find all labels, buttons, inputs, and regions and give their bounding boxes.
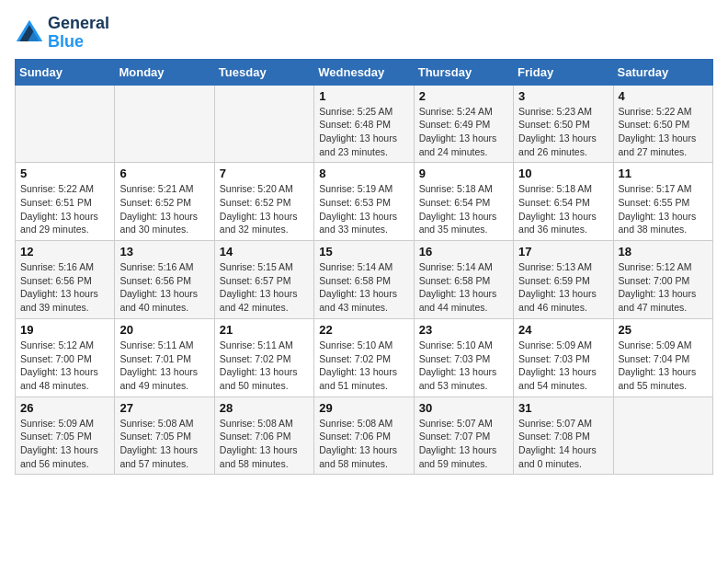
col-header-saturday: Saturday bbox=[613, 59, 712, 85]
day-number: 21 bbox=[220, 323, 309, 337]
col-header-wednesday: Wednesday bbox=[314, 59, 414, 85]
day-number: 13 bbox=[119, 245, 209, 259]
calendar-cell: 28Sunrise: 5:08 AMSunset: 7:06 PMDayligh… bbox=[214, 396, 313, 475]
day-info: Sunrise: 5:18 AMSunset: 6:54 PMDaylight:… bbox=[419, 182, 508, 236]
day-info: Sunrise: 5:18 AMSunset: 6:54 PMDaylight:… bbox=[518, 182, 608, 236]
calendar-cell: 10Sunrise: 5:18 AMSunset: 6:54 PMDayligh… bbox=[514, 163, 613, 241]
day-number: 14 bbox=[220, 245, 309, 259]
calendar-cell: 22Sunrise: 5:10 AMSunset: 7:02 PMDayligh… bbox=[314, 318, 414, 396]
calendar-cell bbox=[613, 396, 712, 475]
calendar-cell: 15Sunrise: 5:14 AMSunset: 6:58 PMDayligh… bbox=[314, 241, 414, 319]
day-info: Sunrise: 5:09 AMSunset: 7:05 PMDaylight:… bbox=[20, 417, 109, 471]
day-number: 9 bbox=[419, 167, 508, 180]
page-header: General Blue bbox=[15, 15, 713, 52]
calendar-cell: 13Sunrise: 5:16 AMSunset: 6:56 PMDayligh… bbox=[115, 241, 214, 319]
day-number: 30 bbox=[419, 401, 508, 415]
day-info: Sunrise: 5:23 AMSunset: 6:50 PMDaylight:… bbox=[518, 105, 608, 159]
day-number: 28 bbox=[220, 401, 309, 415]
calendar-cell bbox=[214, 85, 313, 163]
calendar-cell: 6Sunrise: 5:21 AMSunset: 6:52 PMDaylight… bbox=[115, 163, 214, 241]
calendar-cell: 1Sunrise: 5:25 AMSunset: 6:48 PMDaylight… bbox=[314, 85, 414, 163]
col-header-sunday: Sunday bbox=[16, 59, 115, 85]
day-info: Sunrise: 5:13 AMSunset: 6:59 PMDaylight:… bbox=[518, 260, 608, 315]
day-info: Sunrise: 5:10 AMSunset: 7:03 PMDaylight:… bbox=[419, 339, 508, 393]
col-header-tuesday: Tuesday bbox=[214, 59, 313, 85]
day-number: 22 bbox=[319, 323, 408, 337]
day-number: 18 bbox=[619, 245, 708, 259]
day-info: Sunrise: 5:20 AMSunset: 6:52 PMDaylight:… bbox=[220, 182, 309, 236]
day-number: 23 bbox=[419, 323, 508, 337]
calendar-cell: 24Sunrise: 5:09 AMSunset: 7:03 PMDayligh… bbox=[514, 318, 613, 396]
logo: General Blue bbox=[15, 15, 109, 52]
day-info: Sunrise: 5:24 AMSunset: 6:49 PMDaylight:… bbox=[419, 105, 508, 159]
calendar-cell: 17Sunrise: 5:13 AMSunset: 6:59 PMDayligh… bbox=[514, 241, 613, 319]
day-info: Sunrise: 5:15 AMSunset: 6:57 PMDaylight:… bbox=[220, 260, 309, 315]
calendar-cell: 4Sunrise: 5:22 AMSunset: 6:50 PMDaylight… bbox=[613, 85, 712, 163]
calendar-cell: 27Sunrise: 5:08 AMSunset: 7:05 PMDayligh… bbox=[115, 396, 214, 475]
day-number: 3 bbox=[518, 89, 608, 103]
day-number: 1 bbox=[319, 89, 408, 103]
calendar-cell: 25Sunrise: 5:09 AMSunset: 7:04 PMDayligh… bbox=[613, 318, 712, 396]
calendar-cell: 19Sunrise: 5:12 AMSunset: 7:00 PMDayligh… bbox=[16, 318, 115, 396]
calendar-cell: 12Sunrise: 5:16 AMSunset: 6:56 PMDayligh… bbox=[16, 241, 115, 319]
day-number: 26 bbox=[20, 401, 109, 415]
day-info: Sunrise: 5:14 AMSunset: 6:58 PMDaylight:… bbox=[319, 260, 408, 315]
day-number: 4 bbox=[619, 89, 708, 103]
day-info: Sunrise: 5:12 AMSunset: 7:00 PMDaylight:… bbox=[619, 260, 708, 315]
day-info: Sunrise: 5:07 AMSunset: 7:08 PMDaylight:… bbox=[518, 417, 608, 471]
day-number: 20 bbox=[119, 323, 209, 337]
calendar-cell: 16Sunrise: 5:14 AMSunset: 6:58 PMDayligh… bbox=[414, 241, 513, 319]
day-number: 6 bbox=[119, 167, 209, 180]
day-info: Sunrise: 5:14 AMSunset: 6:58 PMDaylight:… bbox=[419, 260, 508, 315]
day-info: Sunrise: 5:17 AMSunset: 6:55 PMDaylight:… bbox=[619, 182, 708, 236]
day-number: 12 bbox=[20, 245, 109, 259]
day-number: 15 bbox=[319, 245, 408, 259]
calendar-cell: 9Sunrise: 5:18 AMSunset: 6:54 PMDaylight… bbox=[414, 163, 513, 241]
day-info: Sunrise: 5:09 AMSunset: 7:04 PMDaylight:… bbox=[619, 339, 708, 393]
day-number: 31 bbox=[518, 401, 608, 415]
day-number: 29 bbox=[319, 401, 408, 415]
col-header-thursday: Thursday bbox=[414, 59, 513, 85]
day-number: 2 bbox=[419, 89, 508, 103]
col-header-friday: Friday bbox=[514, 59, 613, 85]
calendar-cell bbox=[16, 85, 115, 163]
calendar-cell: 23Sunrise: 5:10 AMSunset: 7:03 PMDayligh… bbox=[414, 318, 513, 396]
day-number: 5 bbox=[20, 167, 109, 180]
day-info: Sunrise: 5:16 AMSunset: 6:56 PMDaylight:… bbox=[119, 260, 209, 315]
calendar-cell: 3Sunrise: 5:23 AMSunset: 6:50 PMDaylight… bbox=[514, 85, 613, 163]
day-info: Sunrise: 5:07 AMSunset: 7:07 PMDaylight:… bbox=[419, 417, 508, 471]
calendar-cell: 14Sunrise: 5:15 AMSunset: 6:57 PMDayligh… bbox=[214, 241, 313, 319]
logo-text: General Blue bbox=[48, 15, 109, 52]
day-number: 11 bbox=[619, 167, 708, 180]
day-number: 19 bbox=[20, 323, 109, 337]
day-info: Sunrise: 5:09 AMSunset: 7:03 PMDaylight:… bbox=[518, 339, 608, 393]
day-info: Sunrise: 5:10 AMSunset: 7:02 PMDaylight:… bbox=[319, 339, 408, 393]
day-number: 7 bbox=[220, 167, 309, 180]
day-number: 27 bbox=[119, 401, 209, 415]
calendar-cell: 29Sunrise: 5:08 AMSunset: 7:06 PMDayligh… bbox=[314, 396, 414, 475]
day-info: Sunrise: 5:08 AMSunset: 7:06 PMDaylight:… bbox=[220, 417, 309, 471]
day-info: Sunrise: 5:08 AMSunset: 7:05 PMDaylight:… bbox=[119, 417, 209, 471]
calendar-cell bbox=[115, 85, 214, 163]
day-number: 24 bbox=[518, 323, 608, 337]
day-info: Sunrise: 5:11 AMSunset: 7:01 PMDaylight:… bbox=[119, 339, 209, 393]
calendar-table: SundayMondayTuesdayWednesdayThursdayFrid… bbox=[15, 59, 713, 476]
calendar-cell: 30Sunrise: 5:07 AMSunset: 7:07 PMDayligh… bbox=[414, 396, 513, 475]
col-header-monday: Monday bbox=[115, 59, 214, 85]
calendar-cell: 20Sunrise: 5:11 AMSunset: 7:01 PMDayligh… bbox=[115, 318, 214, 396]
day-info: Sunrise: 5:12 AMSunset: 7:00 PMDaylight:… bbox=[20, 339, 109, 393]
day-info: Sunrise: 5:22 AMSunset: 6:51 PMDaylight:… bbox=[20, 182, 109, 236]
day-number: 10 bbox=[518, 167, 608, 180]
day-info: Sunrise: 5:16 AMSunset: 6:56 PMDaylight:… bbox=[20, 260, 109, 315]
logo-icon bbox=[15, 18, 44, 48]
calendar-cell: 21Sunrise: 5:11 AMSunset: 7:02 PMDayligh… bbox=[214, 318, 313, 396]
day-info: Sunrise: 5:21 AMSunset: 6:52 PMDaylight:… bbox=[119, 182, 209, 236]
calendar-cell: 11Sunrise: 5:17 AMSunset: 6:55 PMDayligh… bbox=[613, 163, 712, 241]
calendar-cell: 26Sunrise: 5:09 AMSunset: 7:05 PMDayligh… bbox=[16, 396, 115, 475]
day-info: Sunrise: 5:22 AMSunset: 6:50 PMDaylight:… bbox=[619, 105, 708, 159]
calendar-cell: 8Sunrise: 5:19 AMSunset: 6:53 PMDaylight… bbox=[314, 163, 414, 241]
day-info: Sunrise: 5:25 AMSunset: 6:48 PMDaylight:… bbox=[319, 105, 408, 159]
calendar-cell: 18Sunrise: 5:12 AMSunset: 7:00 PMDayligh… bbox=[613, 241, 712, 319]
day-number: 17 bbox=[518, 245, 608, 259]
day-number: 16 bbox=[419, 245, 508, 259]
